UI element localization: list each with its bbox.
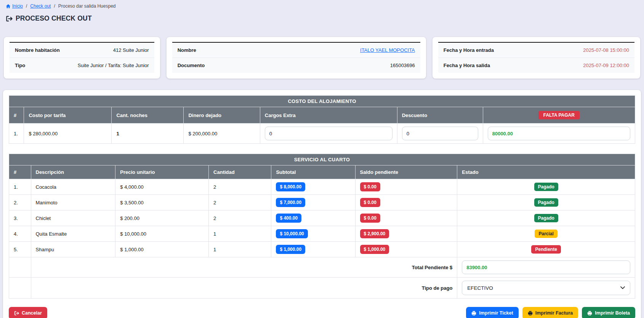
breadcrumb: Inicio / Check out / Proceso dar salida … [0,0,644,9]
service-unit-price: $ 10,000.00 [115,226,209,242]
print-invoice-button[interactable]: Imprimir Factura [522,307,578,318]
lodging-col-due: FALTA PAGAR [483,107,635,124]
checkin-value: 2025-07-08 15:00:00 [583,47,629,53]
payment-type-spacer [9,278,31,299]
service-col-unit-price: Precio unitario [115,165,209,179]
printer-icon [528,311,533,316]
lodging-col-nights: Cant. noches [112,107,184,124]
service-row-num: 4. [9,226,31,242]
service-description: Manimoto [31,195,115,210]
page-title: PROCESO CHECK OUT [6,14,644,22]
sign-out-icon [14,311,19,316]
cargos-extra-input[interactable] [265,127,392,140]
service-col-num: # [9,165,31,179]
subtotal-badge: $ 8,000.00 [276,182,305,191]
guest-card: Nombre ITALO YAEL MOPOCITA Documento 165… [167,37,426,79]
subtotal-badge: $ 1,000.00 [276,245,305,254]
breadcrumb-inicio-label: Inicio [12,3,23,9]
breadcrumb-separator: / [54,3,55,9]
chevron-down-icon [620,286,625,289]
service-table-title: SERVICIO AL CUARTO [9,154,635,165]
status-badge: Pagado [534,198,558,207]
service-quantity: 2 [209,210,271,226]
cancel-button[interactable]: Cancelar [9,307,47,318]
room-type-label: Tipo [15,63,25,68]
print-ticket-label: Imprimir Ticket [479,310,513,316]
service-row: 2. Manimoto $ 3,500.00 2 $ 7,000.00 $ 0.… [9,195,635,210]
breadcrumb-link-inicio[interactable]: Inicio [6,3,23,9]
total-pending-row: Total Pendiente $ [9,257,635,278]
home-icon [6,4,11,9]
payment-type-row: Tipo de pago EFECTIVO [9,278,635,299]
checkin-label: Fecha y Hora entrada [444,47,494,53]
room-name-label: Nombre habitación [15,47,60,53]
breadcrumb-current: Proceso dar salida Huesped [58,3,116,9]
guest-name-label: Nombre [178,47,196,53]
room-type-row: Tipo Suite Junior / Tarifa: Suite Junior [10,58,154,73]
guest-name-row: Nombre ITALO YAEL MOPOCITA [172,43,420,58]
print-invoice-label: Imprimir Factura [535,310,573,316]
descuento-input[interactable] [402,127,478,140]
lodging-col-rate: Costo por tarifa [24,107,112,124]
room-name-row: Nombre habitación 412 Suite Junior [10,43,154,58]
payment-type-selected-value: EFECTIVO [467,285,493,291]
dates-card: Fecha y Hora entrada 2025-07-08 15:00:00… [433,37,640,79]
print-receipt-button[interactable]: Imprimir Boleta [582,307,635,318]
print-ticket-button[interactable]: Imprimir Ticket [466,307,518,318]
service-col-subtotal: Subtotal [271,165,355,179]
service-row-num: 5. [9,242,31,257]
lodging-row-num: 1. [9,124,24,144]
status-badge: Pendiente [531,245,561,254]
checkin-row: Fecha y Hora entrada 2025-07-08 15:00:00 [438,43,634,58]
checkout-row: Fecha y Hora salida 2025-07-09 12:00:00 [438,58,634,73]
guest-document-value: 165003696 [390,63,415,68]
sign-out-icon [6,15,13,22]
print-buttons-group: Imprimir Ticket Imprimir Factura Imprimi… [466,307,635,318]
guest-document-row: Documento 165003696 [172,58,420,73]
checkout-label: Fecha y Hora salida [444,63,490,68]
cancel-button-label: Cancelar [22,310,42,316]
total-pending-input[interactable] [462,260,630,274]
payment-type-label: Tipo de pago [31,278,457,299]
service-quantity: 1 [209,226,271,242]
service-col-pending: Saldo pendiente [355,165,457,179]
print-receipt-label: Imprimir Boleta [595,310,630,316]
lodging-row: 1. $ 280,000.00 1 $ 200,000.00 [9,124,635,144]
guest-name-link[interactable]: ITALO YAEL MOPOCITA [360,47,415,53]
lodging-col-extra: Cargos Extra [260,107,397,124]
service-col-quantity: Cantidad [209,165,271,179]
status-badge: Parcial [535,230,557,238]
printer-icon [587,311,592,316]
page-title-text: PROCESO CHECK OUT [16,14,92,22]
lodging-table-title: COSTO DEL ALOJAMIENTO [9,96,635,107]
service-row: 5. Shampu $ 1,000.00 1 $ 1,000.00 $ 1,00… [9,242,635,257]
payment-type-select[interactable]: EFECTIVO [462,281,630,295]
service-col-status: Estado [457,165,635,179]
subtotal-badge: $ 7,000.00 [276,198,305,207]
breadcrumb-link-checkout[interactable]: Check out [30,3,51,9]
subtotal-badge: $ 10,000.00 [276,229,308,238]
room-name-value: 412 Suite Junior [113,47,149,53]
checkout-panel: COSTO DEL ALOJAMIENTO # Costo por tarifa… [3,90,641,318]
guest-document-label: Documento [178,63,205,68]
lodging-col-discount: Descuento [397,107,483,124]
falta-pagar-input[interactable] [488,127,630,140]
service-unit-price: $ 3,500.00 [115,195,209,210]
status-badge: Pagado [534,183,558,191]
pending-badge: $ 2,900.00 [360,229,389,238]
service-quantity: 1 [209,242,271,257]
pending-badge: $ 0.00 [360,214,380,223]
service-description: Quita Esmalte [31,226,115,242]
service-row-num: 3. [9,210,31,226]
lodging-nights-value: 1 [112,124,184,144]
service-col-description: Descripción [31,165,115,179]
breadcrumb-separator: / [26,3,27,9]
printer-icon [471,311,476,316]
falta-pagar-badge: FALTA PAGAR [538,111,580,119]
lodging-col-deposit: Dinero dejado [184,107,260,124]
pending-badge: $ 0.00 [360,182,380,191]
service-row-num: 2. [9,195,31,210]
total-pending-spacer [9,257,31,278]
subtotal-badge: $ 400.00 [276,214,301,223]
service-row: 3. Chiclet $ 200.00 2 $ 400.00 $ 0.00 Pa… [9,210,635,226]
